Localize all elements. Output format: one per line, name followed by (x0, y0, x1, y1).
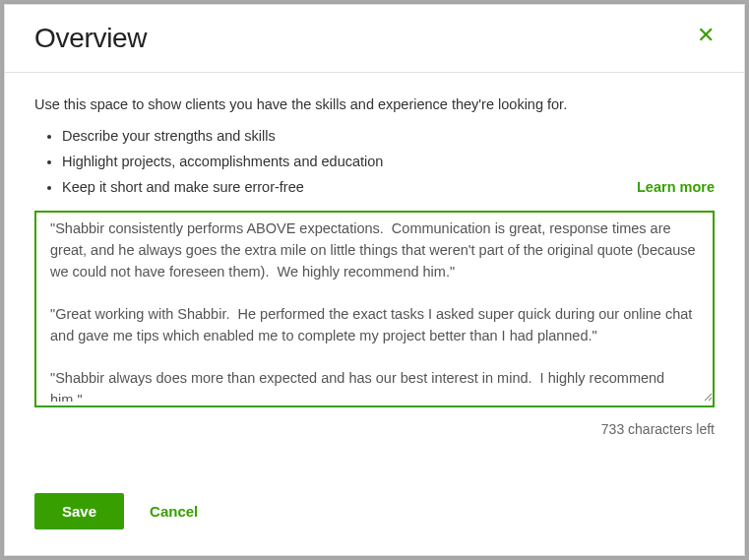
modal-body: Use this space to show clients you have … (5, 73, 744, 475)
modal-header: Overview ✕ (5, 5, 744, 73)
tips-list: Describe your strengths and skills Highl… (34, 128, 637, 205)
char-count: 733 characters left (34, 421, 715, 437)
learn-more-link[interactable]: Learn more (637, 179, 715, 195)
list-item: Describe your strengths and skills (62, 128, 637, 144)
textarea-container (34, 211, 715, 407)
overview-modal: Overview ✕ Use this space to show client… (4, 4, 745, 556)
save-button[interactable]: Save (34, 493, 124, 529)
list-item: Highlight projects, accomplishments and … (62, 154, 637, 169)
modal-backdrop: Overview ✕ Use this space to show client… (0, 0, 749, 560)
cancel-button[interactable]: Cancel (150, 503, 198, 520)
intro-text: Use this space to show clients you have … (34, 96, 715, 112)
close-icon[interactable]: ✕ (697, 23, 715, 46)
tips-row: Describe your strengths and skills Highl… (34, 128, 715, 205)
list-item: Keep it short and make sure error-free (62, 179, 637, 195)
overview-textarea[interactable] (36, 213, 713, 402)
modal-title: Overview (34, 23, 147, 54)
modal-footer: Save Cancel (5, 475, 744, 555)
